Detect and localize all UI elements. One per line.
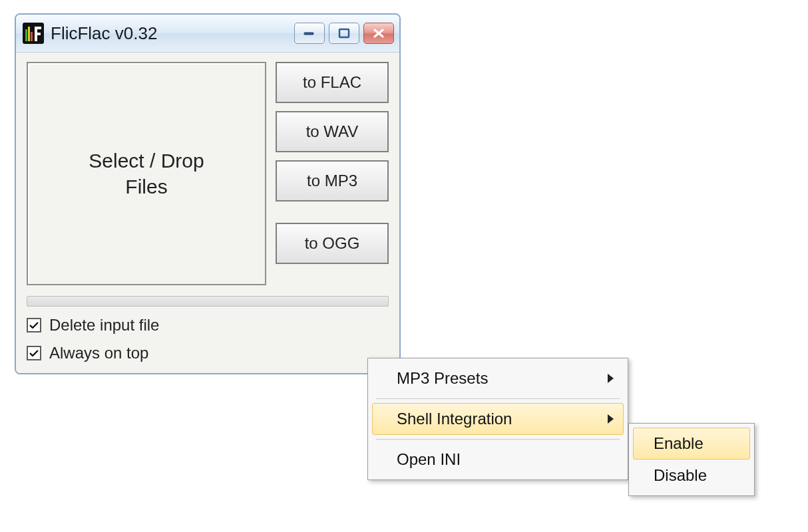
checkmark-icon (29, 350, 39, 356)
submenu-enable-label: Enable (654, 434, 704, 453)
progress-bar (27, 296, 389, 307)
drop-zone-label: Select / Drop Files (89, 148, 204, 200)
checkmark-icon (29, 322, 39, 329)
menu-shell-integration[interactable]: Shell Integration (372, 403, 624, 435)
to-ogg-button[interactable]: to OGG (276, 223, 389, 264)
menu-shell-integration-label: Shell Integration (397, 410, 512, 428)
svg-rect-5 (339, 29, 349, 37)
to-mp3-button[interactable]: to MP3 (276, 160, 389, 201)
delete-input-checkbox[interactable] (27, 318, 41, 332)
titlebar[interactable]: FlicFlac v0.32 (16, 15, 399, 53)
drop-zone[interactable]: Select / Drop Files (27, 62, 266, 285)
window-title: FlicFlac v0.32 (51, 23, 294, 44)
close-button[interactable] (363, 23, 394, 44)
app-icon (23, 23, 44, 44)
submenu-enable[interactable]: Enable (633, 428, 750, 460)
to-flac-label: to FLAC (303, 73, 361, 92)
maximize-button[interactable] (329, 23, 359, 44)
delete-input-label: Delete input file (49, 316, 159, 334)
menu-mp3-presets[interactable]: MP3 Presets (372, 362, 624, 394)
menu-open-ini[interactable]: Open INI (372, 444, 624, 475)
always-on-top-checkbox[interactable] (27, 346, 41, 360)
to-wav-button[interactable]: to WAV (276, 111, 389, 152)
submenu-disable-label: Disable (654, 466, 707, 485)
minimize-button[interactable] (294, 23, 325, 44)
option-always-on-top[interactable]: Always on top (27, 344, 389, 362)
window-controls (294, 23, 394, 44)
svg-rect-3 (31, 32, 33, 41)
svg-rect-4 (304, 33, 313, 35)
option-delete-input[interactable]: Delete input file (27, 316, 389, 334)
format-buttons: to FLAC to WAV to MP3 to OGG (276, 62, 389, 285)
svg-rect-2 (28, 27, 30, 41)
client-area: Select / Drop Files to FLAC to WAV to MP… (16, 53, 399, 373)
always-on-top-label: Always on top (49, 344, 148, 362)
context-menu: MP3 Presets Shell Integration Open INI (367, 358, 628, 480)
submenu-disable[interactable]: Disable (633, 460, 750, 491)
menu-mp3-presets-label: MP3 Presets (397, 369, 488, 388)
to-ogg-label: to OGG (305, 234, 360, 253)
menu-separator (376, 398, 620, 399)
to-flac-button[interactable]: to FLAC (276, 62, 389, 103)
to-wav-label: to WAV (306, 122, 359, 141)
app-window: FlicFlac v0.32 Select / Drop Fil (15, 13, 401, 374)
context-submenu: Enable Disable (628, 423, 755, 496)
to-mp3-label: to MP3 (307, 172, 357, 190)
svg-rect-1 (25, 29, 27, 41)
menu-open-ini-label: Open INI (397, 450, 461, 469)
menu-separator (376, 439, 620, 440)
